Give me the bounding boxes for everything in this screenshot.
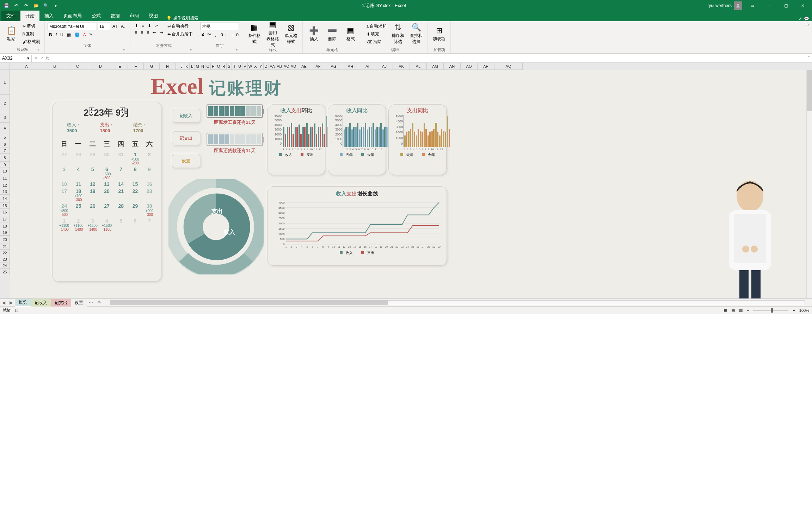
shrink-font-button[interactable]: A↓ [119,23,127,30]
select-all-corner[interactable] [0,63,10,70]
tab-data[interactable]: 数据 [106,11,125,21]
underline-button[interactable]: U [59,32,65,38]
year-spinner[interactable]: ▲▼ [89,107,94,114]
sheet-more-icon[interactable]: ⋯ [87,300,95,305]
namebox-dropdown-icon[interactable]: ▾ [27,56,29,61]
zoom-in-icon[interactable]: + [793,308,795,313]
wrap-text-button[interactable]: ↩自动换行 [166,23,194,30]
tell-me-search[interactable]: 💡 操作说明搜索 [163,15,202,21]
record-expense-button[interactable]: 记支出 [172,131,200,145]
number-format-combo[interactable]: 常规 [200,23,239,30]
align-bottom-button[interactable]: ⬇ [146,23,153,29]
cut-button[interactable]: ✂剪切 [21,23,42,30]
number-launcher-icon[interactable]: ↘ [235,48,240,53]
fill-color-button[interactable]: 🪣 [73,32,81,38]
add-sheet-icon[interactable]: ⊕ [95,300,103,305]
name-box[interactable]: AX32▾ [0,55,32,62]
horizontal-scrollbar[interactable] [110,300,805,305]
indent-dec-button[interactable]: ⇤ [151,29,158,36]
cell-styles-button[interactable]: ▧单元格样式 [283,23,300,45]
sheet-tab-income[interactable]: 记收入 [31,299,51,307]
currency-button[interactable]: ¥ [200,32,205,38]
find-select-button[interactable]: 🔍查找和选择 [408,23,425,45]
align-middle-button[interactable]: ≡ [140,23,146,29]
merge-center-button[interactable]: ⬌合并后居中 [166,30,194,38]
copy-button[interactable]: ⎘复制 [21,30,42,38]
sheet-nav-next-icon[interactable]: ▶ [7,300,15,305]
worksheet-area[interactable]: Excel 记账理财 2023年 9月 ▲▼ ▲▼ 收入：3500 支出：180… [10,70,806,298]
grow-font-button[interactable]: A↑ [111,23,119,30]
paste-button[interactable]: 📋 粘贴 [3,23,20,45]
tab-insert[interactable]: 插入 [39,11,59,21]
align-left-button[interactable]: ≡ [133,29,139,36]
autosum-button[interactable]: Σ自动求和 [365,23,388,30]
inc-decimal-button[interactable]: .0→ [218,32,229,38]
sheet-tab-expense[interactable]: 记支出 [51,299,71,307]
align-top-button[interactable]: ⬆ [133,23,140,29]
comma-button[interactable]: , [213,32,217,38]
sheet-nav-prev-icon[interactable]: ◀ [0,300,7,305]
share-icon[interactable]: ↗ [798,16,802,21]
zoom-out-icon[interactable]: − [747,308,749,313]
user-avatar-icon[interactable] [734,1,742,10]
column-headers[interactable]: ABCDEFGHIJKLMNOPQRSTUVWXYZAAABACADAEAFAG… [10,63,812,70]
minimize-icon[interactable]: — [762,1,776,11]
view-page-layout-icon[interactable]: ▤ [731,308,735,313]
print-preview-icon[interactable]: 🔍 [42,1,50,10]
conditional-format-button[interactable]: ▦条件格式 [246,23,263,45]
align-right-button[interactable]: ≡ [145,29,150,36]
align-center-button[interactable]: ≡ [139,29,144,36]
record-income-button[interactable]: 记收入 [172,109,200,123]
tab-formulas[interactable]: 公式 [87,11,106,21]
formula-input[interactable] [52,57,806,59]
phonetic-button[interactable]: ᵂ [88,32,93,38]
undo-icon[interactable]: ↶ [12,1,20,10]
indent-inc-button[interactable]: ⇥ [158,29,165,36]
bold-button[interactable]: B [48,32,54,38]
macro-record-icon[interactable]: ▢ [15,308,18,313]
vertical-scrollbar[interactable] [806,70,812,298]
percent-button[interactable]: % [206,32,213,38]
month-spinner[interactable]: ▲▼ [120,107,125,114]
font-color-button[interactable]: A [82,32,87,38]
clear-button[interactable]: ⌫清除 [365,38,388,46]
font-launcher-icon[interactable]: ↘ [122,48,127,53]
view-normal-icon[interactable]: ▦ [724,308,727,313]
settings-button[interactable]: 设置 [172,154,200,168]
view-page-break-icon[interactable]: ▥ [739,308,743,313]
format-painter-button[interactable]: 🖌格式刷 [21,38,42,46]
delete-cells-button[interactable]: ➖删除 [324,23,341,45]
tab-home[interactable]: 开始 [20,11,39,21]
zoom-slider[interactable] [753,310,788,311]
format-table-button[interactable]: ▤套用 表格格式 [264,23,281,45]
orientation-button[interactable]: ↗ [153,23,160,29]
addins-button[interactable]: ⊞加载项 [431,23,448,45]
font-size-combo[interactable]: 16 [98,23,110,30]
insert-cells-button[interactable]: ➕插入 [306,23,322,45]
enter-formula-icon[interactable]: ✓ [40,56,44,61]
row-headers[interactable]: 1234567891011121314151617181920212223242… [0,70,10,298]
font-name-combo[interactable]: Microsoft YaHei UI [48,23,97,30]
close-icon[interactable]: ✕ [796,1,810,11]
italic-button[interactable]: I [54,32,58,38]
save-icon[interactable]: 💾 [2,1,11,10]
qat-customize-icon[interactable]: ▾ [51,1,60,10]
tab-layout[interactable]: 页面布局 [59,11,87,21]
sort-filter-button[interactable]: ⇅排序和筛选 [389,23,406,45]
fill-button[interactable]: ⬇填充 [365,30,388,38]
collapse-ribbon-icon[interactable]: ˄ [807,24,809,29]
open-icon[interactable]: 📂 [32,1,40,10]
alignment-launcher-icon[interactable]: ↘ [189,48,194,53]
dec-decimal-button[interactable]: ←.0 [229,32,240,38]
clipboard-launcher-icon[interactable]: ↘ [37,48,42,53]
maximize-icon[interactable]: ▢ [779,1,793,11]
expand-formula-icon[interactable]: ˅ [806,56,812,61]
comments-icon[interactable]: 💬 [804,16,809,21]
sheet-tab-settings[interactable]: 设置 [71,299,87,307]
border-button[interactable]: ▦ [66,32,72,38]
sheet-tab-overview[interactable]: 概览 [15,298,31,307]
fx-icon[interactable]: fx [46,56,49,61]
tab-view[interactable]: 视图 [144,11,163,21]
ribbon-options-icon[interactable]: ▭ [745,1,759,11]
tab-file[interactable]: 文件 [1,11,20,21]
